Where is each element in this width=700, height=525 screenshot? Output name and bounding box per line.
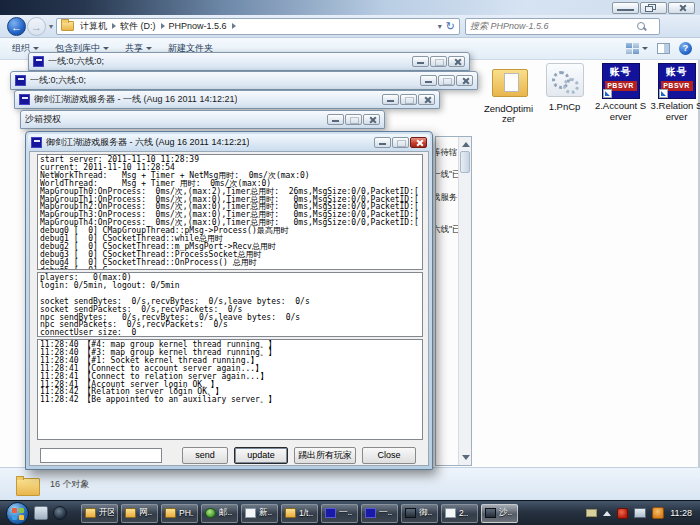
close-button[interactable] [410,137,427,148]
update-button[interactable]: update [234,447,288,464]
maximize-button[interactable] [400,94,417,105]
taskbar-clock[interactable]: 11:28 [670,508,692,518]
taskbar-button[interactable]: 邮.. [201,504,238,523]
maximize-button[interactable] [438,75,455,86]
quick-launch-clock-icon[interactable] [53,506,67,520]
chevron-down-icon [146,47,152,50]
close-button[interactable] [456,75,473,86]
shortcut-arrow-icon [603,89,612,98]
explorer-close-button[interactable] [668,2,695,14]
breadcrumb-item[interactable]: 计算机 [78,20,118,33]
tray-misc-icon[interactable] [586,509,597,517]
show-hidden-icons-arrow[interactable] [603,511,611,516]
tray-network-icon[interactable] [634,508,646,518]
search-input[interactable] [466,21,636,31]
history-dropdown-icon[interactable]: ▾ [49,22,53,31]
file-label: 2.Account Server [594,101,647,122]
taskbar-button-label: 开区 [99,507,114,519]
tray-user-icon[interactable] [652,507,664,519]
kick-all-players-button[interactable]: 踢出所有玩家 [294,447,356,464]
refresh-icon[interactable]: ↻ [446,21,455,31]
start-button[interactable] [6,502,29,525]
taskbar-button-icon [285,508,296,518]
background-console-window: 等待辖 一线"已 戏服务 六线"已 [435,136,472,466]
sandbox-auth-window[interactable]: 沙箱授权 [20,110,385,129]
minimize-button[interactable] [420,75,437,86]
explorer-minimize-button[interactable] [612,2,639,14]
taskbar-button-icon [165,508,176,518]
address-bar[interactable]: 计算机软件 (D:)PHPnow-1.5.6 ▾ ↻ [56,18,460,35]
file-item[interactable]: 账号 PBSVR 2.Account Server [594,60,647,125]
taskbar-button-label: 网.. [139,507,152,519]
scrollbar[interactable] [458,137,471,465]
breadcrumb-item[interactable]: PHPnow-1.5.6 [167,21,238,31]
taskbar-button[interactable]: 开区 [81,504,118,523]
file-item[interactable]: ZendOptimizer [482,60,535,125]
taskbar-button-label: 御.. [419,507,432,519]
quick-launch-monitor-icon[interactable] [34,506,48,520]
search-icon[interactable] [636,21,647,32]
console-window-liuxian[interactable]: 御剑江湖游戏服务器 - 六线 (Aug 16 2011 14:12:21) st… [25,131,433,470]
taskbar-button-icon [205,508,216,518]
window-title: 御剑江湖游戏服务器 - 六线 (Aug 16 2011 14:12:21) [46,136,249,149]
back-button[interactable]: ← [7,17,26,36]
help-button[interactable]: ? [679,42,692,55]
views-button[interactable] [626,43,648,54]
console-window-2[interactable]: 一线:0;六线:0; [10,71,478,90]
close-button[interactable] [363,114,380,125]
window-titlebar[interactable]: 御剑江湖游戏服务器 - 六线 (Aug 16 2011 14:12:21) [28,134,430,151]
minimize-button[interactable] [382,94,399,105]
file-item[interactable]: 账号 PBSVR 3.Relation Server [650,60,700,125]
send-button[interactable]: send [182,447,228,464]
taskbar-button-label: 沙.. [499,507,512,519]
explorer-restore-button[interactable] [640,2,667,14]
scroll-down-icon[interactable] [462,455,470,460]
details-folder-icon [16,478,40,496]
close-dialog-button[interactable]: Close [362,447,416,464]
scrollbar-thumb[interactable] [460,151,470,173]
window-title: 一线:0;六线:0; [48,55,104,68]
minimize-button[interactable] [412,56,429,67]
minimize-button[interactable] [374,137,391,148]
chevron-down-icon [33,47,39,50]
file-item[interactable]: 1.PnCp [538,60,591,125]
close-button[interactable] [418,94,435,105]
file-icon: 账号 PBSVR [658,63,696,99]
window-title: 一线:0;六线:0; [30,74,86,87]
taskbar-button-icon [405,508,416,518]
console-window-1[interactable]: 一线:0;六线:0; [28,52,470,71]
taskbar-button[interactable]: 沙.. [481,504,518,523]
minimize-button[interactable] [327,114,344,125]
item-count: 16 个对象 [50,478,90,491]
maximize-button[interactable] [392,137,409,148]
address-dropdown-icon[interactable]: ▾ [438,22,442,31]
chevron-down-icon [103,47,109,50]
taskbar-button[interactable]: PH.. [161,504,198,523]
scroll-up-icon[interactable] [462,142,470,147]
file-icon [546,63,584,97]
tray-flash-icon[interactable] [617,508,628,519]
console-window-yixian[interactable]: 御剑江湖游戏服务器 - 一线 (Aug 16 2011 14:12:21) [14,90,440,109]
taskbar-button[interactable]: 1/t.. [281,504,318,523]
taskbar-button[interactable]: 2.. [441,504,478,523]
close-button[interactable] [448,56,465,67]
taskbar-button[interactable]: 御.. [401,504,438,523]
log-line: login: 0/5min, logout: 0/5min [40,282,420,290]
window-title: 沙箱授权 [25,113,61,126]
file-icon-text-top: 账号 [603,64,639,79]
maximize-button[interactable] [345,114,362,125]
forward-button[interactable]: → [27,17,46,36]
preview-pane-button[interactable] [657,43,670,54]
breadcrumb-item[interactable]: 软件 (D:) [118,20,167,33]
folder-icon [61,21,74,31]
taskbar-button[interactable]: 新.. [241,504,278,523]
maximize-button[interactable] [430,56,447,67]
command-input[interactable] [40,448,162,463]
taskbar-button[interactable]: 网.. [121,504,158,523]
taskbar-button[interactable]: 一.. [321,504,358,523]
shortcut-arrow-icon [659,89,668,98]
log-fragment: 等待辖 [435,147,458,159]
log-line: debug5 [ 0] C [40,267,420,270]
file-label: 3.Relation Server [650,101,700,122]
taskbar-button[interactable]: 一.. [361,504,398,523]
